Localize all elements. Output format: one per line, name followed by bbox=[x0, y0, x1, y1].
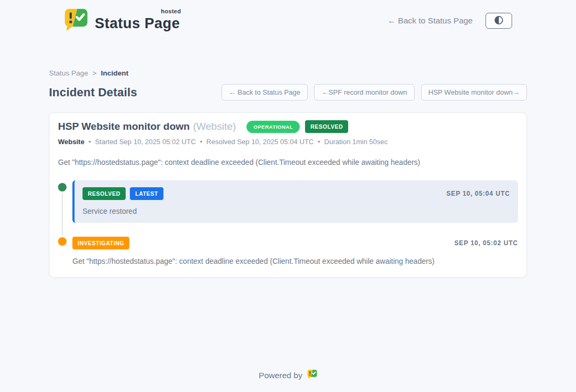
incident-meta: Website • Started Sep 10, 2025 05:02 UTC… bbox=[58, 138, 518, 146]
meta-separator: • bbox=[88, 138, 91, 146]
timeline-message: Service restored bbox=[83, 207, 510, 215]
breadcrumb-incident: Incident bbox=[101, 69, 128, 77]
prev-incident-button[interactable]: ←SPF record monitor down bbox=[314, 84, 414, 101]
timeline-latest-badge: LATEST bbox=[130, 187, 163, 200]
timeline-entry-investigating: INVESTIGATING SEP 10, 05:02 UTC Get "htt… bbox=[58, 237, 518, 265]
timeline-message: Get "https://hostedstatus.page": context… bbox=[72, 257, 518, 265]
header-back-link[interactable]: ← Back to Status Page bbox=[388, 16, 473, 26]
next-incident-button[interactable]: HSP Website monitor down→ bbox=[421, 84, 527, 101]
timeline-resolved-badge: RESOLVED bbox=[83, 187, 126, 200]
meta-duration: Duration 1min 50sec bbox=[324, 138, 388, 146]
meta-separator: • bbox=[318, 138, 320, 146]
meta-separator: • bbox=[200, 138, 202, 146]
timeline-timestamp: SEP 10, 05:02 UTC bbox=[455, 239, 518, 247]
theme-toggle-button[interactable] bbox=[486, 13, 512, 29]
breadcrumb-status-page[interactable]: Status Page bbox=[49, 69, 88, 77]
header: Status Page hosted ← Back to Status Page bbox=[64, 7, 512, 34]
brand-bubble-icon-small bbox=[307, 369, 317, 381]
resolved-badge: RESOLVED bbox=[305, 120, 348, 133]
incident-timeline: RESOLVED LATEST SEP 10, 05:04 UTC Servic… bbox=[58, 180, 518, 265]
brand-superscript: hosted bbox=[161, 8, 181, 14]
brand-logo[interactable]: Status Page hosted bbox=[64, 7, 180, 34]
incident-nav-buttons: ← Back to Status Page ←SPF record monito… bbox=[221, 84, 527, 101]
breadcrumb-separator: > bbox=[93, 69, 97, 77]
brand-bubble-icon bbox=[64, 7, 88, 34]
timeline-entry-card: INVESTIGATING SEP 10, 05:02 UTC Get "htt… bbox=[72, 237, 518, 265]
orange-dot-icon bbox=[58, 237, 67, 246]
green-dot-icon bbox=[58, 183, 67, 191]
brand-name: Status Page hosted bbox=[95, 10, 180, 32]
meta-started: Started Sep 10, 2025 05:02 UTC bbox=[95, 138, 195, 146]
timeline-entry-resolved: RESOLVED LATEST SEP 10, 05:04 UTC Servic… bbox=[58, 180, 518, 223]
meta-resolved: Resolved Sep 10, 2025 05:04 UTC bbox=[207, 138, 314, 146]
incident-description: Get "https://hostedstatus.page": context… bbox=[58, 158, 518, 166]
incident-card: HSP Website monitor down (Website) OPERA… bbox=[49, 112, 527, 278]
powered-by-label: Powered by bbox=[259, 371, 302, 380]
operational-badge: OPERATIONAL bbox=[246, 121, 300, 133]
incident-component: (Website) bbox=[193, 121, 236, 132]
timeline-entry-card: RESOLVED LATEST SEP 10, 05:04 UTC Servic… bbox=[72, 180, 518, 223]
incident-title: HSP Website monitor down bbox=[58, 121, 190, 132]
back-to-status-page-button[interactable]: ← Back to Status Page bbox=[221, 84, 308, 101]
powered-by-link[interactable]: Powered by bbox=[259, 369, 317, 381]
timeline-investigating-badge: INVESTIGATING bbox=[72, 237, 129, 249]
page-title: Incident Details bbox=[49, 86, 137, 99]
timeline-timestamp: SEP 10, 05:04 UTC bbox=[447, 190, 510, 197]
main-content: Status Page > Incident Incident Details … bbox=[49, 69, 527, 278]
breadcrumb: Status Page > Incident bbox=[49, 69, 527, 77]
meta-component: Website bbox=[58, 138, 85, 146]
half-moon-contrast-icon bbox=[493, 15, 504, 27]
footer: Powered by © 2025-10-08 14:10:34.772084 … bbox=[0, 369, 576, 392]
